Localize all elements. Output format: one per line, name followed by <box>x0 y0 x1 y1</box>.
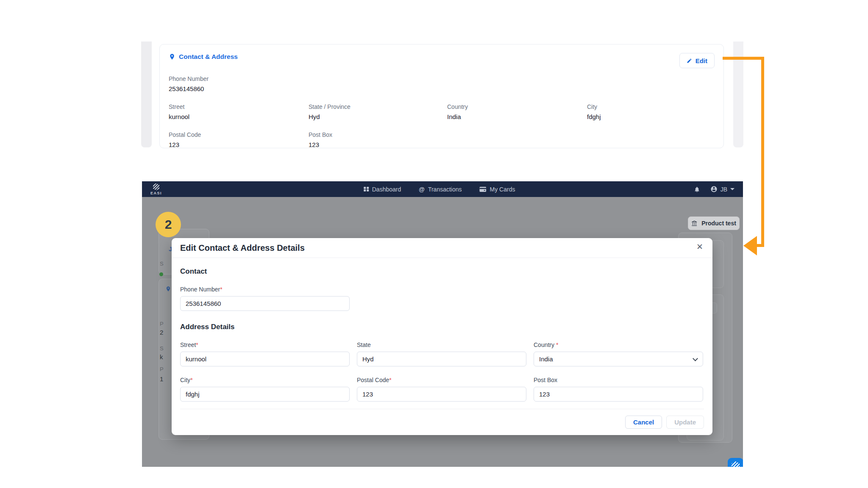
country-label: Country <box>534 341 554 348</box>
address-section-heading: Address Details <box>180 323 704 331</box>
required-mark: * <box>190 377 192 383</box>
street-input[interactable] <box>180 352 350 366</box>
edit-contact-address-modal: Edit Contact & Address Details ✕ Contact… <box>172 238 712 435</box>
edit-button-label: Edit <box>696 57 707 64</box>
modal-field-postal-code: Postal Code* <box>357 377 526 402</box>
phone-label: Phone Number <box>180 286 220 293</box>
brand-name: EASI <box>150 191 162 195</box>
field-value: Hyd <box>309 113 447 120</box>
city-input[interactable] <box>180 387 350 402</box>
field-phone-number: Phone Number 2536145860 <box>169 75 715 92</box>
required-mark: * <box>196 341 198 348</box>
dimmed-value-fragment: k <box>160 353 163 360</box>
post-box-label: Post Box <box>534 377 557 383</box>
field-label: Post Box <box>309 131 447 138</box>
dimmed-value-fragment: 2 <box>160 329 163 336</box>
dimmed-map-pin-icon <box>165 286 171 292</box>
step-2-badge: 2 <box>156 212 181 237</box>
field-value: fdghj <box>587 113 715 120</box>
tutorial-canvas: Contact & Address Edit Phone Number 2536… <box>0 0 868 488</box>
postal-code-label: Postal Code <box>357 377 389 383</box>
dimmed-status-dot <box>159 272 163 276</box>
field-state-province: State / Province Hyd <box>309 103 447 120</box>
modal-field-phone: Phone Number* <box>180 286 704 311</box>
contact-address-card: Contact & Address Edit Phone Number 2536… <box>159 44 724 148</box>
nav-item-my-cards[interactable]: My Cards <box>480 186 515 193</box>
navbar-right-cluster: JB <box>694 186 734 193</box>
navbar-menu: Dashboard @ Transactions My Cards <box>364 186 515 193</box>
nav-item-label: Transactions <box>428 186 462 193</box>
nav-item-dashboard[interactable]: Dashboard <box>364 186 401 193</box>
nav-item-transactions[interactable]: @ Transactions <box>419 186 462 193</box>
annotation-arrow-vertical-segment <box>761 57 764 247</box>
field-postal-code: Postal Code 123 <box>169 131 309 148</box>
field-post-box: Post Box 123 <box>309 131 447 148</box>
required-mark: * <box>556 341 558 348</box>
update-button[interactable]: Update <box>666 416 704 429</box>
street-label: Street <box>180 341 196 348</box>
modal-field-post-box: Post Box <box>534 377 703 402</box>
annotation-arrow-top-segment <box>723 57 764 60</box>
nav-item-label: My Cards <box>490 186 515 193</box>
field-country: Country India <box>447 103 587 120</box>
dashboard-grid-icon <box>364 187 369 192</box>
field-value: 123 <box>169 141 309 148</box>
dimmed-label-fragment: S <box>160 345 164 352</box>
edit-button[interactable]: Edit <box>679 53 715 68</box>
post-box-input[interactable] <box>534 387 703 402</box>
cancel-button[interactable]: Cancel <box>625 416 662 429</box>
modal-header: Edit Contact & Address Details ✕ <box>172 238 712 258</box>
field-label: Postal Code <box>169 131 309 138</box>
field-street: Street kurnool <box>169 103 309 120</box>
hexagon-widget-icon <box>732 461 740 467</box>
modal-field-country: Country* <box>534 341 703 366</box>
state-input[interactable] <box>357 352 526 366</box>
modal-address-row-1: Street* State Country* <box>180 341 704 366</box>
product-test-label: Product test <box>701 220 736 227</box>
modal-title: Edit Contact & Address Details <box>180 243 305 253</box>
field-value: 2536145860 <box>169 85 715 92</box>
phone-input[interactable] <box>180 296 350 311</box>
modal-body: Contact Phone Number* Address Details St… <box>172 258 712 402</box>
floating-widget-button[interactable] <box>728 458 743 467</box>
chevron-down-icon <box>730 188 734 190</box>
credit-card-icon <box>480 187 487 192</box>
annotation-arrowhead <box>743 236 757 255</box>
modal-footer: Cancel Update <box>180 409 704 435</box>
dimmed-label-fragment: P <box>160 321 164 327</box>
contact-card-title: Contact & Address <box>169 53 238 61</box>
fragment-left-edge <box>141 42 152 147</box>
map-pin-icon <box>169 53 175 60</box>
address-row-1: Street kurnool State / Province Hyd Coun… <box>169 103 715 120</box>
field-value: India <box>447 113 587 120</box>
contact-section-heading: Contact <box>180 267 704 276</box>
nav-item-label: Dashboard <box>372 186 401 193</box>
transactions-icon: @ <box>419 186 425 193</box>
field-value: kurnool <box>169 113 309 120</box>
required-mark: * <box>389 377 391 383</box>
bell-icon[interactable] <box>694 186 700 193</box>
field-city: City fdghj <box>587 103 715 120</box>
country-select[interactable] <box>534 352 703 366</box>
field-label: Phone Number <box>169 75 715 82</box>
field-label: Street <box>169 103 309 110</box>
dimmed-label-fragment: S <box>160 261 164 267</box>
account-circle-icon <box>710 186 718 193</box>
state-label: State <box>357 341 371 348</box>
brand-logo[interactable]: EASI <box>150 183 162 195</box>
dimmed-label-fragment: P <box>160 366 164 372</box>
contact-card-title-label: Contact & Address <box>179 53 238 61</box>
hexagon-logo-icon <box>153 183 159 191</box>
required-mark: * <box>220 286 222 293</box>
city-label: City <box>180 377 190 383</box>
product-test-button: Product test <box>688 216 740 230</box>
field-value: 123 <box>309 141 447 148</box>
field-label: City <box>587 103 715 110</box>
contact-card-header: Contact & Address Edit <box>169 53 715 68</box>
postal-code-input[interactable] <box>357 387 526 402</box>
app-navbar: EASI Dashboard @ Transactions My Cards <box>142 181 743 197</box>
close-icon[interactable]: ✕ <box>696 243 703 251</box>
dimmed-value-fragment: 1 <box>160 375 163 383</box>
step-number: 2 <box>165 217 172 232</box>
user-menu[interactable]: JB <box>710 186 734 193</box>
